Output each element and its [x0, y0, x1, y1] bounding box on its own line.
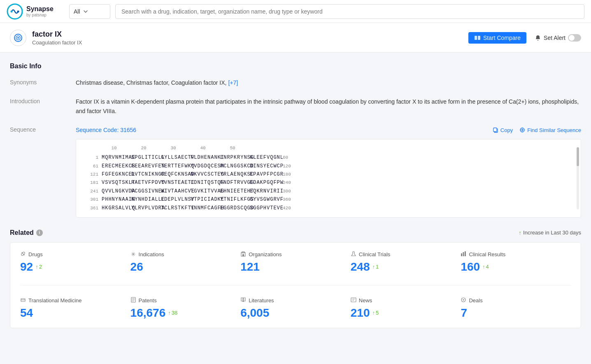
card-label: Clinical Trials [351, 251, 461, 258]
related-card[interactable]: ✳ Indications 26 [130, 251, 241, 274]
card-count: 26 [130, 260, 241, 274]
svg-point-5 [17, 37, 19, 39]
search-input[interactable] [115, 4, 584, 19]
card-label-text: Drugs [28, 251, 43, 257]
seq-block: CEQFCKNSAD [161, 170, 191, 179]
seq-block: YNNMFCAGFH [191, 204, 220, 212]
related-info-icon[interactable]: i [36, 230, 43, 236]
card-label-text: Clinical Results [469, 251, 505, 257]
deal-icon [461, 297, 466, 304]
svg-rect-20 [463, 252, 464, 256]
seq-block: TERTTEFWKQ [161, 162, 191, 170]
basic-info-title: Basic Info [10, 63, 581, 70]
sequence-lines: 1MQRVNMIMAE SPGLITICLL GYLLSAECTV FLDHEN… [83, 153, 574, 212]
sequence-line: 301PHHNYNAAIN KYNHDIALLE LDEPLVLNSY VTPI… [83, 195, 574, 204]
sequence-row: Sequence Sequence Code: 31656 Copy [10, 125, 581, 218]
card-count: 160 ↑ 4 [461, 260, 571, 274]
chevron-down-icon [84, 10, 88, 13]
start-compare-button[interactable]: Start Compare [468, 32, 526, 44]
seq-block: SPGLITICLL [131, 153, 161, 162]
subject-info: factor IX Coagulation factor IX [10, 30, 82, 46]
seq-block: VTPICIADKE [191, 195, 220, 204]
asterisk-icon: ✳ [130, 251, 136, 258]
related-card[interactable]: Translational Medicine 54 [20, 297, 130, 320]
seq-block: VSVSQTSKLT [102, 179, 131, 187]
card-label: Drugs [20, 251, 130, 258]
svg-rect-7 [478, 36, 480, 40]
main-content: Basic Info Synonyms Christmas disease, C… [0, 53, 591, 364]
dropdown-value: All [74, 8, 80, 15]
card-label: Translational Medicine [20, 297, 130, 304]
find-similar-button[interactable]: Find Similar Sequence [519, 127, 581, 133]
sequence-code-link[interactable]: Sequence Code: 31656 [76, 125, 136, 134]
main-header: Synapse by patsnap All [0, 0, 591, 23]
seq-line-number: 181 [83, 179, 98, 187]
set-alert-button[interactable]: Set Alert [535, 34, 581, 42]
related-card[interactable]: Clinical Trials 248 ↑ 1 [351, 251, 461, 274]
copy-button[interactable]: Copy [493, 127, 513, 133]
chart-icon [461, 251, 466, 258]
related-card[interactable]: News 210 ↑ 5 [351, 297, 461, 320]
synapse-logo-icon [7, 3, 23, 20]
svg-point-2 [17, 10, 19, 12]
seq-block: EDAKPGQFPW [250, 179, 279, 187]
card-count-value: 210 [351, 306, 370, 320]
related-card[interactable]: Deals 7 [461, 297, 571, 320]
seq-block: FGFEGKNCEL [102, 170, 131, 179]
seq-block: YVDGDQCESN [191, 162, 220, 170]
card-count: 7 [461, 306, 571, 320]
card-label: ✳ Indications [130, 251, 241, 258]
card-count: 92 ↑ 2 [20, 260, 130, 274]
sequence-label: Sequence [10, 125, 76, 133]
related-card[interactable]: Drugs 92 ↑ 2 [20, 251, 130, 274]
introduction-value: Factor IX is a vitamin K-dependent plasm… [76, 97, 581, 116]
seq-block: ERECMEEKCS [102, 162, 131, 170]
related-card[interactable]: Clinical Results 160 ↑ 4 [461, 251, 571, 274]
sequence-display[interactable]: 1020304050 1MQRVNMIMAE SPGLITICLL GYLLSA… [76, 139, 581, 218]
category-dropdown[interactable]: All [69, 4, 110, 19]
flask-icon [351, 251, 356, 258]
synonyms-more-link[interactable]: [+7] [228, 79, 238, 86]
svg-rect-19 [461, 253, 462, 256]
card-label-text: Organizations [249, 251, 282, 257]
seq-block: FLDHENANKI [191, 153, 220, 162]
seq-block: EGGRDSCQGD [220, 204, 250, 212]
seq-block: KLEEFVQGNL [250, 153, 279, 162]
card-label-text: Deals [469, 297, 482, 304]
seq-block: FCGGSIVNEK [131, 187, 161, 195]
cards-divider [20, 285, 571, 285]
card-label-text: News [359, 297, 372, 304]
seq-block: NKVVCSCTEG [191, 170, 220, 179]
sequence-line: 181VSVSQTSKLT RAETVFPDVD YVNSTEAETI LDNI… [83, 179, 574, 187]
card-count-value: 7 [461, 306, 467, 320]
card-count: 210 ↑ 5 [351, 306, 461, 320]
seq-block: FNDFTRVVGG [220, 179, 250, 187]
subject-actions: Start Compare Set Alert [468, 32, 581, 44]
related-card[interactable]: Organizations 121 [240, 251, 351, 274]
seq-end-number: 180 [283, 171, 291, 179]
subject-icon [10, 30, 26, 46]
card-label: Literatures [240, 297, 351, 304]
count-increase: ↑ 5 [372, 310, 379, 316]
alert-toggle[interactable] [568, 34, 581, 42]
related-note-text: Increase in Last 30 days [523, 230, 581, 236]
card-label: News [351, 297, 461, 304]
svg-point-1 [11, 10, 13, 12]
related-card[interactable]: Patents 16,676 ↑ 38 [130, 297, 241, 320]
synonyms-label: Synonyms [10, 78, 76, 86]
related-title-wrap: Related i [10, 229, 43, 236]
svg-rect-21 [465, 251, 466, 256]
seq-block: RAETVFPDVD [131, 179, 161, 187]
seq-block: KYNHDIALLE [131, 195, 161, 204]
seq-block: PHHNYNAAIN [102, 195, 131, 204]
related-card[interactable]: Literatures 6,005 [240, 297, 351, 320]
seq-block: WIVTAAHCVE [161, 187, 191, 195]
card-count-value: 6,005 [240, 306, 269, 320]
synonyms-text: Christmas disease, Christmas factor, Coa… [76, 79, 226, 86]
compare-label: Start Compare [483, 35, 521, 41]
logo-text: Synapse by patsnap [26, 5, 54, 18]
logo-name: Synapse [26, 5, 54, 13]
seq-end-number: 240 [283, 179, 291, 187]
up-arrow-icon: ↑ [168, 310, 171, 316]
pill-icon [20, 251, 26, 258]
